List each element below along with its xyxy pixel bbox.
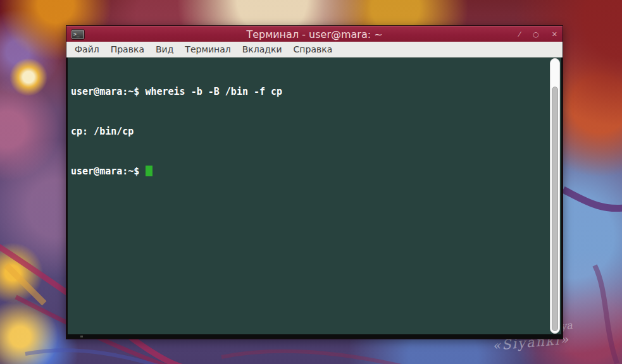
menu-file[interactable]: Файл: [69, 43, 105, 56]
terminal-line: cp: /bin/cp: [71, 125, 546, 138]
terminal-line: user@mara:~$ whereis -b -B /bin -f cp: [71, 85, 546, 99]
terminal-window-icon[interactable]: >_: [72, 30, 84, 39]
output-text: cp: /bin/cp: [71, 126, 134, 137]
window-title: Терминал - user@mara: ~: [66, 28, 563, 40]
terminal-line: user@mara:~$: [71, 165, 546, 178]
terminal-window: >_ Терминал - user@mara: ~ ⁄ ○ ✕ Файл Пр…: [66, 25, 563, 339]
prompt-text: user@mara:~$: [71, 166, 145, 177]
scrollbar-area: [549, 58, 561, 334]
menu-edit[interactable]: Правка: [105, 43, 150, 56]
window-controls: ⁄ ○ ✕: [519, 31, 557, 38]
minimize-icon[interactable]: ⁄: [519, 31, 520, 38]
scrollbar-track[interactable]: [550, 58, 560, 334]
prompt-text: user@mara:~$: [71, 86, 145, 97]
command-text: whereis -b -B /bin -f cp: [145, 86, 282, 97]
maximize-icon[interactable]: ○: [533, 31, 539, 38]
window-bottom-border: [66, 334, 563, 339]
menu-view[interactable]: Вид: [150, 43, 179, 56]
close-icon[interactable]: ✕: [552, 31, 557, 38]
menubar: Файл Правка Вид Терминал Вкладки Справка: [66, 42, 563, 58]
menu-tabs[interactable]: Вкладки: [237, 43, 288, 56]
menu-terminal[interactable]: Терминал: [179, 43, 236, 56]
terminal-cursor: [146, 166, 152, 176]
titlebar[interactable]: >_ Терминал - user@mara: ~ ⁄ ○ ✕: [66, 26, 563, 42]
menu-help[interactable]: Справка: [288, 43, 339, 56]
terminal-screen[interactable]: user@mara:~$ whereis -b -B /bin -f cp cp…: [68, 58, 549, 334]
scrollbar-thumb[interactable]: [552, 87, 558, 331]
resize-grip[interactable]: [80, 336, 83, 337]
terminal-body: user@mara:~$ whereis -b -B /bin -f cp cp…: [66, 58, 563, 334]
